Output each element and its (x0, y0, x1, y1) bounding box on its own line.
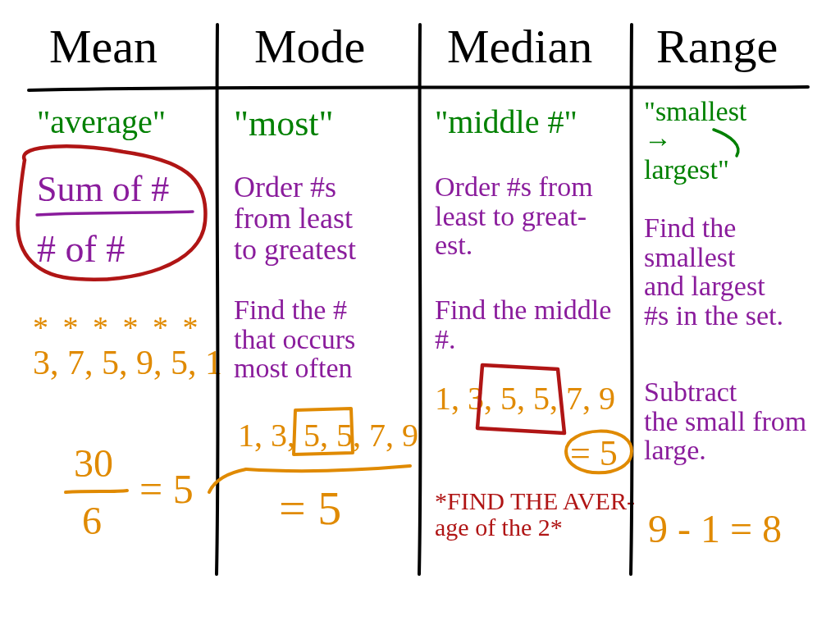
mean-formula-top: Sum of # (37, 171, 169, 208)
range-step1: Find the smallest and largest #s in the … (644, 213, 783, 331)
median-result: = 5 (570, 435, 618, 472)
header-mean: Mean (49, 23, 158, 89)
median-note: *FIND THE AVER- age of the 2* (435, 488, 635, 540)
header-mode: Mode (254, 23, 365, 89)
header-median: Median (447, 23, 592, 89)
mean-numerator: 30 (74, 443, 113, 484)
mean-keyword: "average" (37, 105, 166, 139)
mean-formula-bottom: # of # (37, 230, 125, 269)
median-step1: Order #s from least to great- est. (435, 172, 593, 260)
mode-step2: Find the # that occurs most often (234, 295, 355, 383)
median-keyword: "middle #" (435, 105, 578, 139)
mean-result: = 5 (139, 468, 194, 511)
mode-result: = 5 (279, 484, 341, 534)
mode-ordered-set: 1, 3, 5, 5, 7, 9 (238, 418, 418, 453)
mean-sample-set: 3, 7, 5, 9, 5, 1 (33, 345, 222, 381)
median-ordered-set: 1, 3, 5, 5, 7, 9 (435, 381, 615, 416)
mean-stars: * * * * * * (33, 312, 202, 345)
mode-keyword: "most" (234, 105, 334, 143)
range-step2: Subtract the small from large. (644, 377, 806, 465)
whiteboard: Mean Mode Median Range "average" Sum of … (0, 0, 840, 630)
median-step2: Find the middle #. (435, 295, 611, 354)
mean-denominator: 6 (82, 500, 102, 541)
range-keyword: "smallest → largest" (644, 97, 746, 185)
range-work: 9 - 1 = 8 (648, 509, 782, 550)
header-range: Range (656, 23, 778, 89)
mode-step1: Order #s from least to greatest (234, 172, 356, 265)
